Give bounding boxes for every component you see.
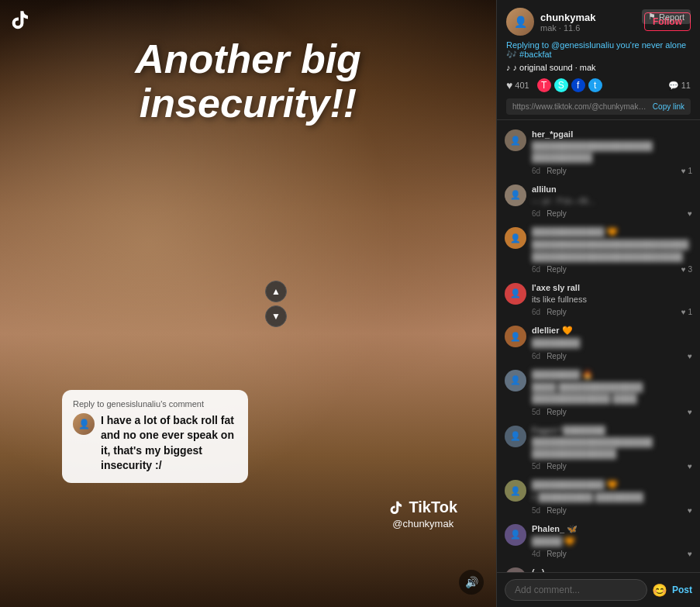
comment-time: 6d <box>532 209 540 218</box>
reply-link[interactable]: Reply <box>547 167 567 175</box>
comment-time: 6d <box>532 265 540 274</box>
commenter-avatar: 👤 <box>505 426 526 447</box>
comment-meta: 5d Reply ♥ <box>532 462 692 471</box>
commenter-avatar: 👤 <box>505 129 526 151</box>
comment-bubble: Reply to genesislunaliu's comment 👤 I ha… <box>62 390 248 483</box>
comment-time: 5d <box>532 506 540 515</box>
comment-input-row: 😊 Post <box>497 572 700 607</box>
scroll-arrows: ▲ ▼ <box>265 281 287 327</box>
comment-like[interactable]: ♥ <box>688 506 692 515</box>
comments-list[interactable]: 👤 her_*pgail ████████████████████ ██████… <box>497 120 700 572</box>
comment-meta: 5d Reply ♥ <box>532 506 692 515</box>
comment-body: ████████ <box>532 337 692 349</box>
video-title-line1: Another big <box>135 37 361 81</box>
reply-link[interactable]: Reply <box>547 209 567 218</box>
comment-like[interactable]: ♥ <box>688 462 692 471</box>
scroll-up-button[interactable]: ▲ <box>265 281 287 302</box>
creator-avatar: 👤 <box>506 8 534 36</box>
comment-time: 5d <box>532 408 540 416</box>
comment-body: ████████████████████████████████████████… <box>532 239 692 263</box>
actions-row: ♥ 401 T S f t 💬 11 <box>506 78 691 92</box>
comment-item: 👤 her_*pgail ████████████████████ ██████… <box>497 125 700 180</box>
video-panel: Another big insecurity!! Reply to genesi… <box>0 0 496 607</box>
comment-like[interactable]: ♥ <box>688 209 692 218</box>
tiktok-logo <box>9 9 31 34</box>
comment-time: 5d <box>532 462 540 471</box>
comment-body: — pt · f*ck—fill... <box>532 195 692 207</box>
comment-time: 6d <box>532 167 540 175</box>
commenter-name: ████████████ 🧡 <box>532 480 692 490</box>
commenter-avatar: 👤 <box>505 227 526 249</box>
comment-content: Fageri·*███████ ████████████████████ ███… <box>532 426 692 471</box>
video-url: https://www.tiktok.com/@chunkymak/video/… <box>512 102 648 111</box>
comment-meta: 4d Reply ♥ <box>532 550 692 558</box>
comment-body: its like fullness <box>532 294 692 305</box>
comment-item: 👤 Fageri·*███████ ████████████████████ █… <box>497 421 700 476</box>
comment-content: (...) ████████████████████████████ █████… <box>532 567 692 572</box>
reply-link[interactable]: Reply <box>547 506 567 515</box>
volume-button[interactable]: 🔊 <box>459 570 484 595</box>
commenter-name: Phalen_ 🦋 <box>532 524 692 534</box>
scroll-down-button[interactable]: ▼ <box>265 305 287 327</box>
comments-panel: ⚑ Report 👤 chunkymak mak · 11.6 Follow R… <box>496 0 700 607</box>
post-button[interactable]: Post <box>672 585 692 595</box>
comment-like[interactable]: ♥ <box>688 550 692 558</box>
heart-icon: ♥ <box>506 79 512 91</box>
creator-name: chunkymak <box>540 12 638 23</box>
bubble-avatar: 👤 <box>73 413 95 435</box>
comment-meta: 6d Reply ♥ <box>532 209 692 218</box>
like-action[interactable]: ♥ 401 <box>506 79 529 91</box>
comment-content: ████████ 🔥 ████ ██████████████ █████████… <box>532 370 692 416</box>
comment-content: l'axe sly rall its like fullness 6d Repl… <box>532 283 692 316</box>
comment-content: ████████████ 🧡 it █████████ ████████ 5d … <box>532 480 692 514</box>
music-info: ♪ ♪ original sound · mak <box>506 63 691 72</box>
comment-item: 👤 Phalen_ 🦋 █████ 🧡 4d Reply ♥ <box>497 519 700 563</box>
reply-link[interactable]: Reply <box>547 352 567 360</box>
comment-like[interactable]: ♥ 3 <box>681 265 692 274</box>
comment-content: Phalen_ 🦋 █████ 🧡 4d Reply ♥ <box>532 524 692 558</box>
flag-icon: ⚑ <box>648 12 656 22</box>
comment-item: 👤 l'axe sly rall its like fullness 6d Re… <box>497 278 700 321</box>
comment-input[interactable] <box>505 579 647 601</box>
emoji-button[interactable]: 😊 <box>652 583 667 598</box>
comment-meta: 6d Reply ♥ 1 <box>532 167 692 175</box>
comment-like[interactable]: ♥ <box>688 352 692 360</box>
comment-content: ████████████ 🧡 █████████████████████████… <box>532 227 692 274</box>
facebook-icon[interactable]: f <box>571 78 585 92</box>
comment-time: 6d <box>532 352 540 360</box>
comment-meta: 6d Reply ♥ 3 <box>532 265 692 274</box>
comment-body: ████ ██████████████ █████████████ ████ <box>532 381 692 405</box>
report-button[interactable]: ⚑ Report <box>642 9 691 24</box>
music-note-icon: ♪ <box>506 63 511 72</box>
comment-like[interactable]: ♥ 1 <box>681 308 692 316</box>
video-title-line2: insecurity!! <box>135 81 361 126</box>
commenter-name: Fageri·*███████ <box>532 426 692 435</box>
twitter-icon[interactable]: t <box>588 78 602 92</box>
reply-link[interactable]: Reply <box>547 462 567 471</box>
tiktok-handle: @chunkymak <box>388 518 457 529</box>
commenter-name: ████████ 🔥 <box>532 370 692 380</box>
copy-link-button[interactable]: Copy link <box>653 102 684 111</box>
commenter-avatar: 👤 <box>505 185 526 206</box>
commenter-avatar: 👤 <box>505 370 526 391</box>
commenter-name: l'axe sly rall <box>532 283 692 292</box>
reply-link[interactable]: Reply <box>547 308 567 316</box>
commenter-avatar: 👤 <box>505 480 526 502</box>
comment-body: ████████████████████ ██████████████ <box>532 436 692 460</box>
url-row: https://www.tiktok.com/@chunkymak/video/… <box>506 98 691 115</box>
comment-like[interactable]: ♥ 1 <box>681 167 692 175</box>
reply-link[interactable]: Reply <box>547 265 567 274</box>
reply-link[interactable]: Reply <box>547 408 567 416</box>
comment-like[interactable]: ♥ <box>688 408 692 416</box>
commenter-avatar: 👤 <box>505 283 526 305</box>
commenter-name: (...) <box>532 567 692 572</box>
creator-info: chunkymak mak · 11.6 <box>540 12 638 33</box>
creator-stats: mak · 11.6 <box>540 23 638 33</box>
comment-meta: 5d Reply ♥ <box>532 408 692 416</box>
reply-link[interactable]: Reply <box>547 550 567 558</box>
commenter-avatar: 👤 <box>505 326 526 347</box>
share-icon[interactable]: S <box>554 78 568 92</box>
comment-item: 👤 ████████████ 🧡 it █████████ ████████ 5… <box>497 475 700 519</box>
commenter-name: dlellier 🧡 <box>532 326 692 336</box>
comment-count: 💬 11 <box>668 81 691 91</box>
